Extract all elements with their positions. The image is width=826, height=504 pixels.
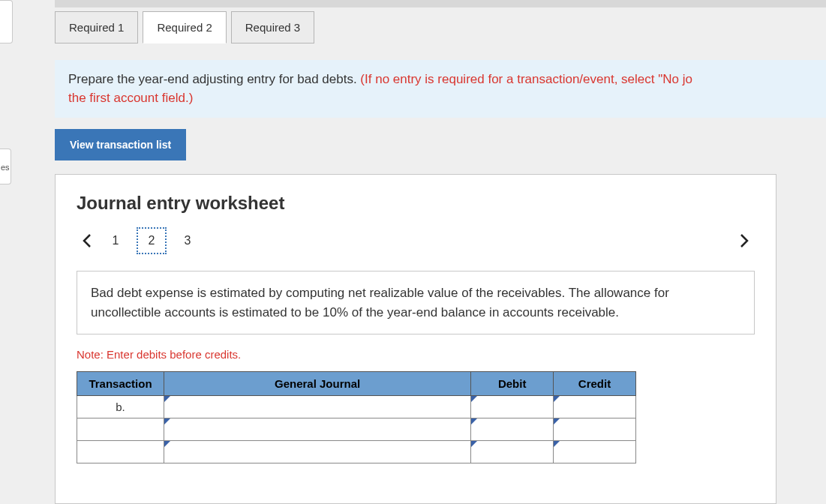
view-transaction-list-button[interactable]: View transaction list: [55, 129, 186, 160]
general-journal-cell[interactable]: [164, 441, 470, 464]
tab-required-3[interactable]: Required 3: [231, 11, 314, 44]
chevron-right-icon[interactable]: [734, 230, 755, 251]
transaction-cell: b.: [77, 396, 164, 418]
general-journal-cell[interactable]: [164, 418, 470, 441]
credit-cell[interactable]: [554, 418, 636, 441]
general-journal-cell[interactable]: [164, 396, 470, 418]
step-3[interactable]: 3: [173, 227, 203, 254]
col-credit: Credit: [554, 372, 636, 396]
col-general-journal: General Journal: [164, 372, 470, 396]
tab-required-2[interactable]: Required 2: [143, 11, 226, 44]
debit-cell[interactable]: [471, 418, 554, 441]
instruction-hint: (If no entry is required for a transacti…: [360, 72, 692, 86]
tab-required-1[interactable]: Required 1: [55, 11, 138, 44]
instruction-text: Prepare the year-end adjusting entry for…: [68, 72, 360, 86]
transaction-cell: [77, 418, 164, 441]
worksheet-stepper: 1 2 3: [77, 227, 755, 254]
debit-cell[interactable]: [471, 441, 554, 464]
table-row: [77, 441, 636, 464]
col-transaction: Transaction: [77, 372, 164, 396]
instruction-panel: Prepare the year-end adjusting entry for…: [55, 60, 826, 118]
instruction-hint-line2: the first account field.): [68, 91, 193, 105]
top-bar: [55, 0, 826, 8]
chevron-left-icon[interactable]: [77, 230, 98, 251]
table-row: b.: [77, 396, 636, 418]
step-2[interactable]: 2: [137, 227, 167, 254]
worksheet-title: Journal entry worksheet: [77, 193, 755, 214]
tab-strip: Required 1 Required 2 Required 3: [55, 11, 319, 44]
left-flyout-mid[interactable]: es: [0, 148, 11, 184]
step-1[interactable]: 1: [101, 227, 131, 254]
transaction-cell: [77, 441, 164, 464]
col-debit: Debit: [471, 372, 554, 396]
table-header-row: Transaction General Journal Debit Credit: [77, 372, 636, 396]
credit-cell[interactable]: [554, 396, 636, 418]
credit-cell[interactable]: [554, 441, 636, 464]
left-flyout-top[interactable]: [0, 0, 13, 44]
debit-cell[interactable]: [471, 396, 554, 418]
entry-description: Bad debt expense is estimated by computi…: [77, 271, 755, 334]
journal-worksheet: Journal entry worksheet 1 2 3 Bad debt e…: [55, 174, 776, 504]
note-text: Note: Enter debits before credits.: [77, 348, 755, 361]
journal-table: Transaction General Journal Debit Credit…: [77, 371, 636, 464]
table-row: [77, 418, 636, 441]
